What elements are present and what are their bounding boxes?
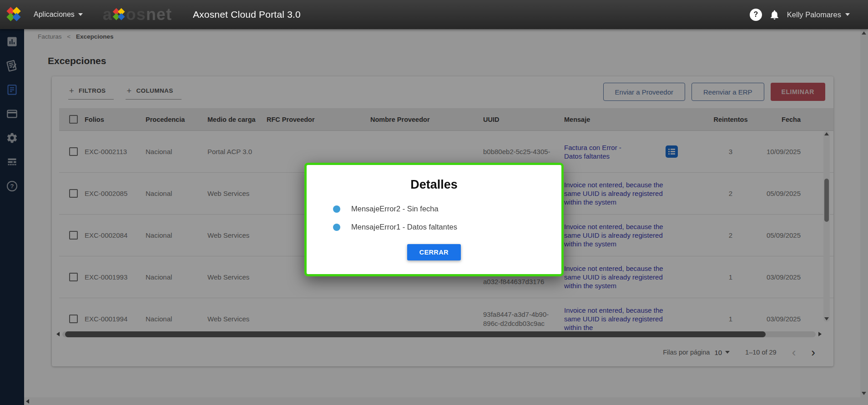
app-title: Axosnet Cloud Portal 3.0: [193, 9, 301, 20]
help-icon[interactable]: ?: [750, 9, 762, 21]
wordmark-net: net: [146, 5, 172, 24]
user-name: Kelly Palomares: [787, 10, 841, 19]
modal-error-item: MensajeError2 - Sin fecha: [307, 205, 561, 213]
axosnet-wordmark-logo: a os net: [103, 5, 172, 24]
wordmark-diamond-icon: [112, 8, 126, 20]
wordmark-os: os: [126, 5, 146, 24]
help-glyph: ?: [753, 10, 758, 19]
wordmark-a: a: [103, 5, 112, 24]
details-modal: Detalles MensajeError2 - Sin fecha Mensa…: [304, 163, 564, 276]
modal-title: Detalles: [307, 178, 561, 192]
bullet-icon: [333, 224, 340, 231]
applications-menu-button[interactable]: Aplicaciones: [34, 10, 83, 19]
axosnet-diamond-logo-icon: [6, 7, 22, 22]
error-message-text: MensajeError1 - Datos faltantes: [351, 223, 457, 231]
applications-menu-label: Aplicaciones: [34, 10, 75, 19]
top-app-bar: Aplicaciones a os net Axosnet Cloud Port…: [0, 0, 868, 29]
error-message-text: MensajeError2 - Sin fecha: [351, 205, 439, 213]
chevron-down-icon: [845, 13, 850, 16]
modal-error-item: MensajeError1 - Datos faltantes: [307, 223, 561, 231]
chevron-down-icon: [78, 13, 83, 16]
bullet-icon: [333, 205, 340, 213]
user-menu-button[interactable]: Kelly Palomares: [787, 10, 850, 19]
close-modal-button[interactable]: CERRAR: [407, 244, 461, 260]
notifications-bell-icon[interactable]: [769, 9, 780, 20]
